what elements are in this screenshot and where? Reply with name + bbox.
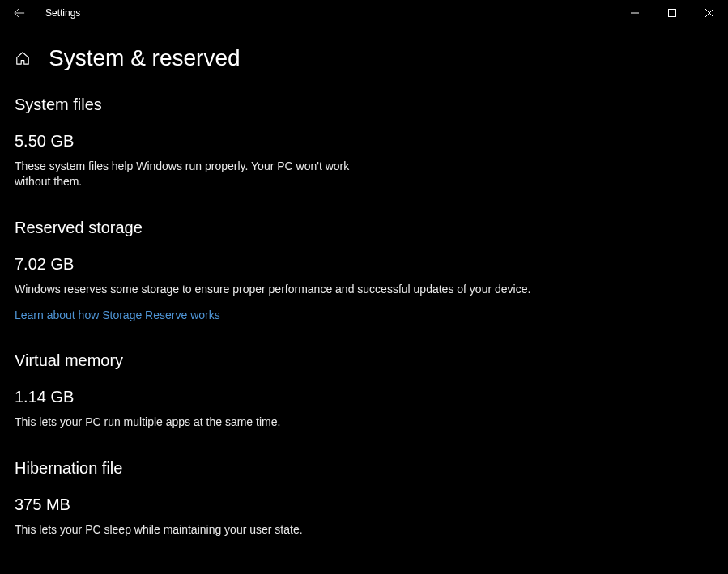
back-button[interactable] [0, 0, 39, 26]
virtual-memory-value: 1.14 GB [15, 388, 713, 406]
virtual-memory-section: Virtual memory 1.14 GB This lets your PC… [15, 351, 713, 430]
home-button[interactable] [15, 50, 31, 66]
home-icon [15, 51, 30, 66]
system-files-value: 5.50 GB [15, 132, 713, 151]
hibernation-file-value: 375 MB [15, 495, 713, 514]
system-files-title: System files [15, 96, 713, 114]
svg-rect-0 [669, 10, 676, 17]
minimize-button[interactable] [616, 0, 653, 26]
reserved-storage-description: Windows reserves some storage to ensure … [15, 282, 533, 297]
maximize-icon [668, 9, 676, 17]
close-icon [705, 9, 713, 17]
minimize-icon [631, 9, 639, 17]
close-button[interactable] [691, 0, 728, 26]
back-arrow-icon [14, 7, 25, 19]
title-bar-left: Settings [0, 0, 80, 26]
hibernation-file-description: This lets your PC sleep while maintainin… [15, 522, 533, 538]
title-bar: Settings [0, 0, 728, 26]
storage-reserve-link[interactable]: Learn about how Storage Reserve works [15, 308, 220, 321]
virtual-memory-title: Virtual memory [15, 351, 713, 370]
content-area: System files 5.50 GB These system files … [0, 81, 728, 537]
app-title: Settings [39, 7, 80, 19]
system-files-section: System files 5.50 GB These system files … [15, 96, 713, 189]
virtual-memory-description: This lets your PC run multiple apps at t… [15, 415, 533, 430]
reserved-storage-value: 7.02 GB [15, 255, 713, 274]
maximize-button[interactable] [653, 0, 691, 26]
window-controls [616, 0, 728, 26]
reserved-storage-section: Reserved storage 7.02 GB Windows reserve… [15, 219, 713, 322]
page-title: System & reserved [49, 45, 241, 71]
hibernation-file-section: Hibernation file 375 MB This lets your P… [15, 459, 713, 538]
page-header: System & reserved [0, 26, 728, 81]
hibernation-file-title: Hibernation file [15, 459, 713, 478]
system-files-description: These system files help Windows run prop… [15, 159, 355, 189]
reserved-storage-title: Reserved storage [15, 219, 713, 237]
